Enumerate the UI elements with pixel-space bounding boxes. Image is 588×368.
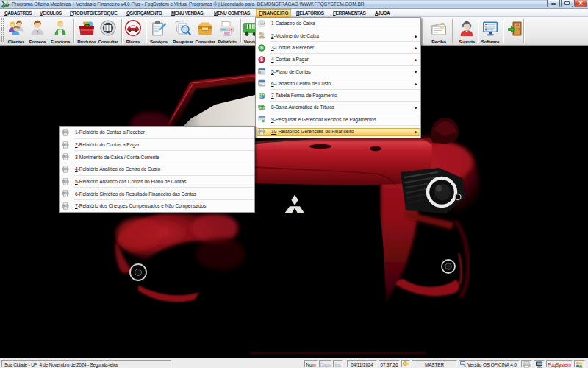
svg-text:$: $ [260, 45, 263, 51]
svg-text:$: $ [260, 57, 263, 63]
svg-text:EXIT: EXIT [515, 24, 520, 26]
